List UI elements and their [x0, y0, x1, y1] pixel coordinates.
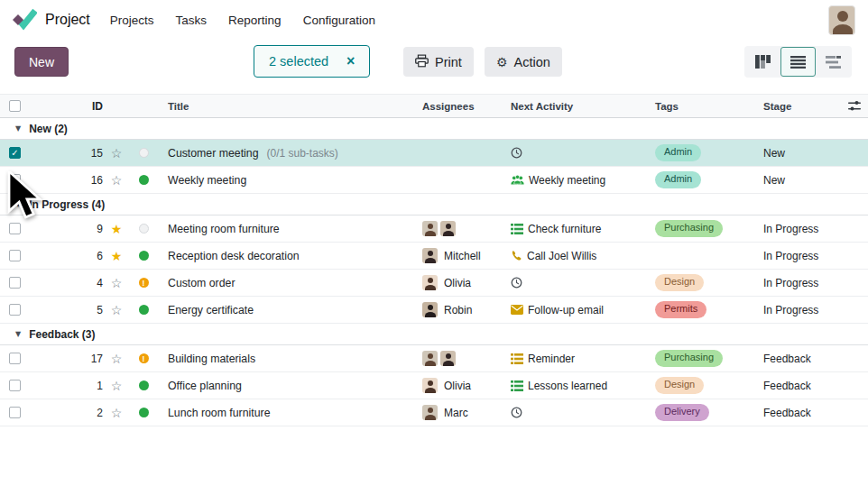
column-header-assignees[interactable]: Assignees [413, 95, 500, 117]
task-status-icon[interactable] [139, 408, 149, 417]
row-checkbox[interactable] [9, 407, 21, 418]
project-app-icon[interactable] [13, 8, 37, 32]
users-icon[interactable] [511, 174, 524, 186]
next-activity-cell[interactable]: Call Joel Willis [500, 243, 650, 269]
table-row[interactable]: 16 ☆ Weekly meeting Weekly meeting Admin… [0, 167, 868, 194]
tags-cell: Purchasing [650, 345, 756, 371]
print-button[interactable]: Print [403, 47, 474, 77]
task-status-icon[interactable] [139, 175, 149, 185]
task-title[interactable]: Reception desk decoration [168, 250, 300, 262]
user-avatar[interactable] [828, 5, 855, 35]
list-icon[interactable] [511, 224, 523, 234]
task-status-icon[interactable] [139, 380, 149, 390]
row-checkbox[interactable] [9, 380, 21, 391]
task-status-icon[interactable] [139, 353, 149, 363]
task-title[interactable]: Custom order [168, 277, 235, 289]
kanban-view-icon [755, 55, 771, 69]
task-status-icon[interactable] [139, 278, 149, 288]
row-checkbox[interactable] [9, 353, 21, 364]
clock-icon[interactable] [511, 407, 522, 418]
group-label: Feedback (3) [29, 328, 95, 341]
task-status-icon[interactable] [139, 251, 149, 261]
star-toggle-icon[interactable]: ☆ [111, 277, 123, 289]
group-header[interactable]: ▼ In Progress (4) [0, 194, 868, 215]
tag-pill: Admin [655, 144, 701, 160]
kanban-view-button[interactable] [745, 47, 780, 77]
column-header-next-activity[interactable]: Next Activity [500, 95, 650, 117]
phone-icon[interactable] [511, 250, 522, 261]
next-activity-cell[interactable] [500, 140, 650, 166]
column-header-title[interactable]: Title [157, 95, 413, 117]
row-checkbox[interactable] [9, 277, 21, 289]
nav-item-configuration[interactable]: Configuration [303, 14, 375, 27]
assignees-cell [413, 140, 500, 166]
task-title[interactable]: Customer meeting [168, 147, 258, 160]
tag-pill: Permits [655, 301, 706, 317]
star-toggle-icon[interactable]: ☆ [111, 407, 123, 419]
column-header-tags[interactable]: Tags [650, 95, 756, 117]
table-row[interactable]: 15 ☆ Customer meeting (0/1 sub-tasks) Ad… [0, 140, 868, 167]
star-toggle-icon[interactable]: ☆ [111, 174, 123, 187]
list-icon[interactable] [511, 353, 523, 364]
stage-label: In Progress [756, 270, 841, 296]
star-toggle-icon[interactable]: ☆ [111, 380, 123, 392]
next-activity-cell[interactable]: Lessons learned [500, 372, 650, 399]
task-title[interactable]: Weekly meeting [168, 174, 246, 187]
column-header-id[interactable]: ID [34, 95, 103, 117]
row-checkbox[interactable] [9, 223, 21, 234]
next-activity-cell[interactable]: Weekly meeting [500, 167, 650, 193]
new-button[interactable]: New [14, 47, 69, 77]
table-row[interactable]: 9 ★ Meeting room furniture Check furnitu… [0, 215, 868, 243]
nav-item-projects[interactable]: Projects [110, 14, 154, 27]
activity-view-icon [826, 56, 841, 69]
task-status-icon[interactable] [139, 148, 149, 158]
clock-icon[interactable] [511, 277, 522, 289]
next-activity-cell[interactable]: Check furniture [500, 215, 650, 242]
envelope-icon[interactable] [511, 305, 523, 315]
clock-icon[interactable] [511, 147, 522, 159]
activity-view-button[interactable] [816, 47, 851, 77]
table-row[interactable]: 6 ★ Reception desk decoration Mitchell C… [0, 243, 868, 270]
nav-item-tasks[interactable]: Tasks [176, 14, 208, 27]
list-view-button[interactable] [780, 47, 816, 77]
row-checkbox[interactable] [9, 147, 21, 159]
task-status-icon[interactable] [139, 305, 149, 315]
table-row[interactable]: 5 ☆ Energy certificate Robin Follow-up e… [0, 297, 868, 324]
star-toggle-icon[interactable]: ★ [111, 223, 123, 235]
next-activity-cell[interactable] [500, 270, 650, 296]
next-activity-cell[interactable] [500, 399, 650, 426]
star-toggle-icon[interactable]: ☆ [111, 304, 123, 316]
task-title[interactable]: Lunch room furniture [168, 407, 270, 419]
list-icon[interactable] [511, 380, 523, 391]
star-toggle-icon[interactable]: ★ [111, 250, 123, 262]
task-title[interactable]: Office planning [168, 380, 242, 392]
activity-label: Reminder [528, 353, 575, 365]
task-title[interactable]: Building materials [168, 353, 255, 365]
task-title[interactable]: Energy certificate [168, 304, 254, 316]
assignee-name: Mitchell [444, 250, 481, 262]
task-status-icon[interactable] [139, 224, 149, 234]
table-row[interactable]: 2 ☆ Lunch room furniture Marc Delivery F… [0, 399, 868, 426]
tag-pill: Purchasing [655, 350, 723, 366]
select-all-checkbox[interactable] [9, 100, 21, 112]
adjust-columns-icon[interactable] [848, 100, 861, 112]
app-name[interactable]: Project [45, 12, 90, 28]
group-header[interactable]: ▼ Feedback (3) [0, 324, 868, 345]
next-activity-cell[interactable]: Follow-up email [500, 297, 650, 323]
star-toggle-icon[interactable]: ☆ [111, 147, 123, 160]
nav-item-reporting[interactable]: Reporting [228, 14, 282, 27]
table-row[interactable]: 17 ☆ Building materials Reminder Purchas… [0, 345, 868, 372]
stage-label: Feedback [756, 399, 841, 426]
task-title[interactable]: Meeting room furniture [168, 223, 280, 235]
row-checkbox[interactable] [9, 174, 21, 186]
next-activity-cell[interactable]: Reminder [500, 345, 650, 371]
row-checkbox[interactable] [9, 304, 21, 316]
action-button[interactable]: ⚙ Action [485, 47, 562, 77]
column-header-stage[interactable]: Stage [756, 95, 841, 117]
table-row[interactable]: 1 ☆ Office planning Olivia Lessons learn… [0, 372, 868, 399]
close-icon[interactable]: × [346, 54, 355, 69]
star-toggle-icon[interactable]: ☆ [111, 353, 123, 365]
row-checkbox[interactable] [9, 250, 21, 261]
table-row[interactable]: 4 ☆ Custom order Olivia Design In Progre… [0, 270, 868, 297]
group-header[interactable]: ▼ New (2) [0, 118, 868, 140]
